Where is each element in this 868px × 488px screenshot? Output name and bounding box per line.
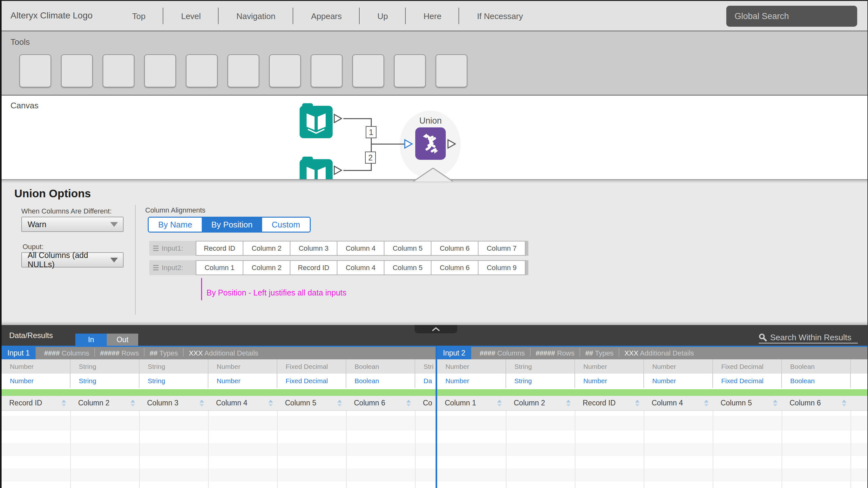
alignment-cell[interactable]: Column 5 xyxy=(384,241,431,256)
input-data-tool-1[interactable] xyxy=(300,103,333,140)
tool-slot[interactable] xyxy=(227,54,259,87)
input-data-tool-2[interactable] xyxy=(300,157,333,179)
alignment-cell[interactable]: Record ID xyxy=(290,260,337,275)
column-header[interactable]: Column 3 xyxy=(140,396,209,410)
when-columns-select[interactable]: Warn xyxy=(21,217,124,232)
sort-icon[interactable] xyxy=(269,400,273,407)
union-tool[interactable] xyxy=(415,127,446,160)
column-type-link[interactable]: Number xyxy=(2,374,70,388)
column-type-link[interactable]: Boolean xyxy=(346,374,415,388)
alignment-tab[interactable]: Custom xyxy=(262,218,310,232)
column-header[interactable]: Column 5 xyxy=(277,396,346,410)
alignment-cell[interactable]: Column 5 xyxy=(384,260,431,275)
alignment-cell[interactable]: Column 6 xyxy=(431,260,478,275)
column-type-link[interactable]: Da xyxy=(415,374,436,388)
column-header[interactable]: Column 4 xyxy=(644,396,713,410)
panel-meta-item: #### Columns xyxy=(474,349,530,358)
canvas-title: Canvas xyxy=(10,101,38,111)
alignment-cell[interactable]: Column 2 xyxy=(243,260,290,275)
alignment-cell[interactable]: Column 4 xyxy=(337,260,384,275)
sort-icon[interactable] xyxy=(773,400,777,407)
menu-item[interactable]: Up xyxy=(360,11,406,21)
column-type-link[interactable]: Number xyxy=(209,374,277,388)
column-header[interactable]: Column 5 xyxy=(713,396,782,410)
column-type-link[interactable]: Fixed Decimal xyxy=(277,374,346,388)
alignment-cell[interactable]: Column 6 xyxy=(431,241,478,256)
menu-item[interactable]: Level xyxy=(163,11,219,21)
tab-input2[interactable]: Input 2 xyxy=(437,347,471,359)
column-header[interactable]: Column 2 xyxy=(70,396,140,410)
column-header[interactable]: Record ID xyxy=(575,396,644,410)
column-type-link[interactable]: Number xyxy=(437,374,506,388)
output-anchor[interactable] xyxy=(447,139,457,149)
panel-split-divider[interactable] xyxy=(436,346,437,488)
sort-icon[interactable] xyxy=(131,400,135,407)
tool-slot[interactable] xyxy=(61,54,93,87)
alignment-cell[interactable]: Column 4 xyxy=(337,241,384,256)
results-search-input[interactable] xyxy=(770,333,853,342)
column-header[interactable]: Record ID xyxy=(2,396,70,410)
menu-item[interactable]: Appears xyxy=(293,11,360,21)
menu-item[interactable]: Top xyxy=(114,11,163,21)
column-header[interactable]: Column 1 xyxy=(437,396,506,410)
alignment-tab[interactable]: By Position xyxy=(202,218,262,232)
input2-drag-chip[interactable]: Input2: xyxy=(149,260,196,275)
tool-slot[interactable] xyxy=(436,54,467,87)
alignment-cell[interactable]: Column 1 xyxy=(196,260,243,275)
workflow-canvas[interactable]: Canvas 1 2 xyxy=(2,96,867,179)
sort-icon[interactable] xyxy=(497,400,502,407)
tab-input1[interactable]: Input 1 xyxy=(2,347,36,359)
sort-icon[interactable] xyxy=(842,400,846,407)
alignment-cell[interactable]: Record ID xyxy=(196,241,243,256)
sort-icon[interactable] xyxy=(62,400,66,407)
tool-slot[interactable] xyxy=(311,54,342,87)
column-header[interactable]: Column 2 xyxy=(506,396,575,410)
column-type-link[interactable]: Fixed Decimal xyxy=(713,374,782,388)
column-type-link[interactable]: Boolean xyxy=(782,374,851,388)
input-anchor[interactable] xyxy=(404,139,413,149)
alignment-cell[interactable]: Column 9 xyxy=(478,260,526,275)
sort-icon[interactable] xyxy=(199,400,204,407)
column-header[interactable]: Column 4 xyxy=(209,396,277,410)
global-search-input[interactable]: Global Search xyxy=(726,6,857,27)
tool-slot[interactable] xyxy=(352,54,384,87)
menu-item[interactable]: Here xyxy=(406,11,459,21)
column-type-link[interactable]: String xyxy=(506,374,575,388)
output-select[interactable]: All Columns (add NULLs) xyxy=(21,252,124,268)
alignment-cell[interactable]: Column 3 xyxy=(290,241,337,256)
alignment-tab[interactable]: By Name xyxy=(149,218,202,232)
sort-icon[interactable] xyxy=(337,400,342,407)
tool-slot[interactable] xyxy=(144,54,176,87)
collapse-panel-handle[interactable] xyxy=(414,325,457,333)
menu-item[interactable]: Navigation xyxy=(219,11,293,21)
tool-slot[interactable] xyxy=(103,54,134,87)
alignment-cell[interactable]: Column 2 xyxy=(243,241,290,256)
column-header[interactable]: Column 6 xyxy=(346,396,415,410)
column-type-link[interactable]: String xyxy=(140,374,209,388)
column-type-link[interactable]: String xyxy=(70,374,140,388)
when-columns-label: When Columns Are Different: xyxy=(21,207,112,215)
tool-slot[interactable] xyxy=(269,54,301,87)
sort-icon[interactable] xyxy=(406,400,411,407)
sort-icon[interactable] xyxy=(635,400,640,407)
column-type-link[interactable]: Number xyxy=(644,374,713,388)
output-anchor[interactable] xyxy=(333,165,343,175)
sort-icon[interactable] xyxy=(566,400,570,407)
tool-slot[interactable] xyxy=(394,54,426,87)
column-type-link[interactable]: Number xyxy=(575,374,644,388)
selection-highlight-row xyxy=(2,389,436,396)
column-header[interactable]: Co xyxy=(415,396,436,410)
sort-icon[interactable] xyxy=(704,400,709,407)
column-type: String xyxy=(70,359,140,374)
menu-item[interactable]: If Necessary xyxy=(459,11,541,21)
tool-slot[interactable] xyxy=(20,54,51,87)
panel-title: Union Options xyxy=(14,187,91,200)
alignment-cell[interactable]: Column 7 xyxy=(478,241,526,256)
io-toggle-button[interactable]: In xyxy=(75,334,107,346)
tool-slot[interactable] xyxy=(186,54,218,87)
column-type: String xyxy=(140,359,209,374)
column-header[interactable]: Column 6 xyxy=(782,396,851,410)
input1-drag-chip[interactable]: Input1: xyxy=(149,241,196,256)
output-anchor[interactable] xyxy=(333,114,343,124)
io-toggle-button[interactable]: Out xyxy=(107,334,138,346)
